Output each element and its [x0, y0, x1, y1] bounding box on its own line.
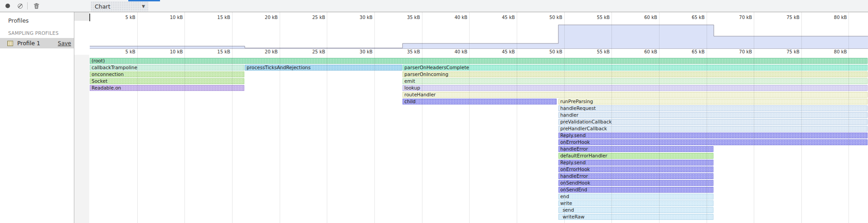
flame-bar-label: end: [560, 194, 569, 199]
flame-bar[interactable]: onSendEnd: [558, 187, 713, 193]
gridline: [280, 12, 280, 223]
flame-ruler-tick-label: 70 kB: [739, 49, 752, 54]
flame-bar[interactable]: handler: [558, 112, 868, 118]
flame-ruler-tick-label: 75 kB: [786, 49, 800, 54]
flame-bar[interactable]: handleRequest: [558, 105, 868, 111]
flame-bar[interactable]: (root): [90, 58, 868, 64]
flame-bar[interactable]: callbackTrampoline: [90, 65, 244, 71]
profile-list-item[interactable]: Profile 1 Save: [0, 38, 74, 48]
flame-bar[interactable]: Reply.send: [558, 160, 713, 166]
flame-bar-label: preHandlerCallback: [560, 126, 607, 131]
flame-bar[interactable]: onconnection: [90, 71, 244, 77]
flame-bar[interactable]: onErrorHook: [558, 166, 713, 172]
delete-profile-button[interactable]: [31, 0, 41, 12]
flame-bar[interactable]: preValidationCallback: [558, 119, 868, 125]
overview-left-handle[interactable]: [89, 14, 90, 21]
overview-ruler-tick-label: 75 kB: [786, 15, 800, 20]
overview-ruler-tick-label: 35 kB: [407, 15, 420, 20]
overview-ruler-tick-label: 30 kB: [359, 15, 373, 20]
flame-ruler-tick-label: 5 kB: [125, 49, 135, 54]
flame-bar-label: Socket: [92, 78, 107, 84]
gridline: [232, 12, 233, 223]
memory-overview-chart[interactable]: [0, 0, 868, 223]
flame-ruler-tick-label: 25 kB: [312, 49, 325, 54]
flame-bar[interactable]: handleError: [558, 173, 713, 179]
gridline: [611, 12, 612, 223]
overview-ruler-tick-label: 60 kB: [644, 15, 657, 20]
flame-bar[interactable]: defaultErrorHandler: [558, 153, 713, 159]
flame-bar[interactable]: preHandlerCallback: [558, 126, 868, 132]
flame-ruler-tick-label: 50 kB: [549, 49, 563, 54]
overview-ruler-tick-label: 50 kB: [549, 15, 563, 20]
overview-baseline: [90, 48, 868, 49]
profile-icon: [7, 41, 13, 46]
flame-bar[interactable]: parserOnIncoming: [402, 71, 868, 77]
overview-ruler-tick-label: 55 kB: [597, 15, 610, 20]
flame-bar[interactable]: routeHandler: [402, 92, 868, 98]
flame-bar[interactable]: _send: [558, 207, 713, 213]
active-tab-indicator: [128, 0, 160, 1]
gridline: [517, 12, 517, 223]
overview-ruler-tick-label: 65 kB: [692, 15, 705, 20]
flame-ruler-tick-label: 40 kB: [455, 49, 468, 54]
save-profile-link[interactable]: Save: [58, 40, 71, 47]
flame-bar-label: lookup: [404, 85, 420, 90]
gridline: [469, 12, 470, 223]
overview-ruler-tick-label: 80 kB: [834, 15, 847, 20]
overview-ruler-tick-label: 10 kB: [170, 15, 183, 20]
record-button[interactable]: [3, 0, 13, 12]
flame-bar-label: child: [404, 99, 416, 104]
flame-bar-label: emit: [404, 78, 415, 84]
gridline: [754, 12, 754, 223]
flame-bar[interactable]: processTicksAndRejections: [245, 65, 402, 71]
memory-profiler-panel: Chart ▼ Profiles SAMPLING PROFILES Profi…: [0, 0, 868, 223]
gridline: [801, 12, 802, 223]
flame-bar[interactable]: write_: [558, 200, 713, 206]
chevron-down-icon: ▼: [142, 4, 148, 9]
overview-ruler-tick-label: 45 kB: [502, 15, 515, 20]
gutter-flame-strip: [74, 55, 89, 223]
toolbar: Chart ▼: [0, 0, 868, 12]
flame-bar[interactable]: runPreParsing: [558, 99, 868, 104]
flame-bar[interactable]: Socket: [90, 78, 244, 84]
overview-fill: [90, 25, 868, 49]
sampling-profiles-section-label: SAMPLING PROFILES: [8, 30, 58, 36]
clear-profiles-button[interactable]: [15, 0, 25, 12]
flame-bar-label: preValidationCallback: [560, 119, 612, 124]
chart-gutter: [74, 12, 90, 223]
gridline: [327, 12, 327, 223]
flame-bar[interactable]: onSendHook: [558, 180, 713, 186]
flame-ruler-tick-label: 20 kB: [265, 49, 278, 54]
flame-bar[interactable]: onErrorHook: [558, 139, 868, 145]
gridline: [707, 12, 707, 223]
flame-bar-label: write_: [560, 200, 575, 206]
flame-bar[interactable]: parserOnHeadersComplete: [402, 65, 868, 71]
flame-bar-label: parserOnIncoming: [404, 71, 448, 77]
trash-icon: [34, 3, 39, 9]
overview-ruler-tick-label: 5 kB: [125, 15, 135, 20]
flame-bar[interactable]: child: [402, 99, 557, 104]
gridline: [659, 12, 659, 223]
flame-bar[interactable]: _writeRaw: [558, 214, 713, 220]
view-mode-select[interactable]: Chart ▼: [91, 1, 148, 11]
flame-bar-label: onSendHook: [560, 180, 590, 185]
overview-ruler-tick-label: 20 kB: [265, 15, 278, 20]
flame-bar-label: _send: [560, 207, 574, 213]
flame-bar[interactable]: handleError: [558, 146, 713, 152]
flame-bar-label: Readable.on: [92, 85, 121, 90]
flame-ruler-tick-label: 60 kB: [644, 49, 657, 54]
gridline: [184, 12, 185, 223]
overview-ruler-tick-label: 25 kB: [312, 15, 325, 20]
flame-bar[interactable]: Readable.on: [90, 85, 244, 91]
flame-bar[interactable]: emit: [402, 78, 868, 84]
flame-bar[interactable]: lookup: [402, 85, 868, 91]
flame-ruler-tick-label: 55 kB: [597, 49, 610, 54]
flame-bar-label: routeHandler: [404, 92, 436, 97]
flame-bar-label: onErrorHook: [560, 166, 590, 172]
toolbar-separator: [27, 2, 28, 9]
gridline: [564, 12, 565, 223]
flame-bar[interactable]: end: [558, 194, 713, 199]
overview-ruler-tick-label: 70 kB: [739, 15, 752, 20]
flame-bar[interactable]: Reply.send: [558, 133, 868, 138]
flame-ruler-tick-label: 15 kB: [217, 49, 230, 54]
